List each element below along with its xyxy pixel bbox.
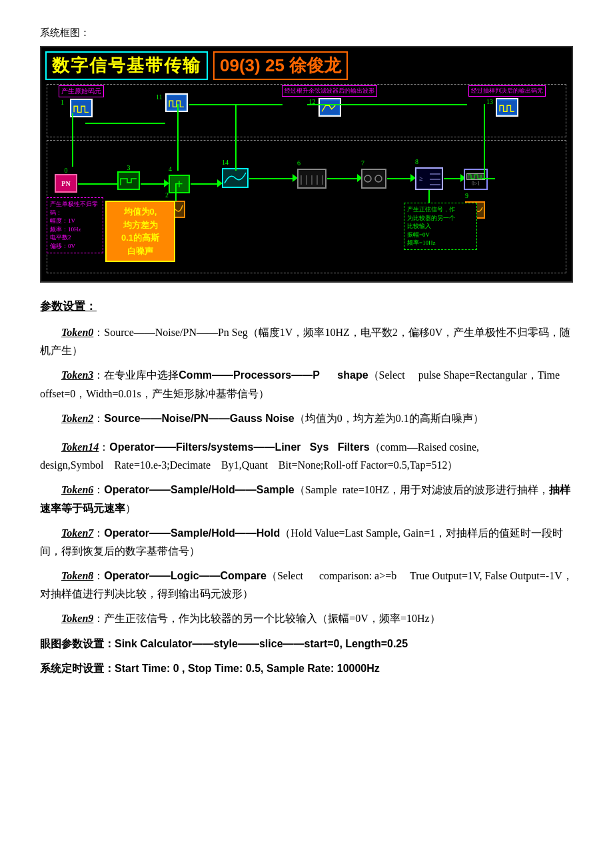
osc-icon-1: [70, 99, 93, 117]
block-0-pn: PN: [55, 174, 77, 193]
params-title: 参数设置：: [40, 299, 573, 314]
osc-icon-12: [318, 98, 341, 117]
osc-label-12: 经过根升余弦滤波器后的输出波形: [282, 85, 377, 97]
diagram-title-main: 数字信号基带传输: [45, 51, 208, 80]
param-token0: Token0：Source――Noise/PN――Pn Seg（幅度1V，频率1…: [40, 323, 573, 359]
block-4-plus: +: [169, 175, 190, 193]
eye-params: 眼图参数设置：Sink Calculator――style――slice――st…: [40, 635, 573, 653]
block-7-hold: [361, 169, 386, 189]
source-text-box: 产生单极性不归零码：幅度：1V频率：10Hz电平数2偏移：0V: [47, 197, 103, 253]
diagram-title-row: 数字信号基带传输 09(3) 25 徐俊龙: [45, 51, 568, 80]
token8-label: Token8: [61, 570, 93, 581]
block-8-compare: ≥: [415, 167, 443, 190]
diagram-title-right: 09(3) 25 徐俊龙: [213, 51, 348, 80]
param-token8: Token8：Operator——Logic——Compare（Select c…: [40, 567, 573, 603]
svg-rect-4: [119, 173, 138, 188]
param-token14: Token14：Operator――Filters/systems――Liner…: [40, 438, 573, 474]
token7-label: Token7: [61, 527, 93, 539]
param-token7: Token7：Operator――Sample/Hold――Hold（Hold …: [40, 524, 573, 560]
osc-icon-11: [165, 93, 188, 112]
svg-text:≥: ≥: [419, 175, 423, 182]
token9-label: Token9: [61, 613, 93, 624]
token6-label: Token6: [61, 484, 93, 495]
param-token3: Token3：在专业库中选择Comm——Processors——P shape（…: [40, 366, 573, 402]
diagram-container: 数字信号基带传输 09(3) 25 徐俊龙 产生原始码元 1: [40, 46, 573, 283]
block-14-filter: [222, 168, 249, 188]
token2-label: Token2: [61, 413, 93, 424]
gaussian-text-box: 均值为0,均方差为0.1的高斯白噪声: [105, 201, 175, 262]
block-6-sample: [297, 169, 326, 189]
sine-text-box: 产生正弦信号，作为比较器的另一个比较输入振幅=0V频率=10Hz: [404, 203, 477, 250]
svg-rect-2: [320, 101, 338, 114]
token3-label: Token3: [61, 369, 93, 381]
diagram-body: 产生原始码元 1 11: [45, 84, 568, 277]
param-token2: Token2：Source――Noise/PN――Gauss Noise（均值为…: [40, 409, 573, 427]
osc-icon-13: [496, 98, 518, 117]
block-3-shape: [117, 171, 140, 190]
osc-label-1: 产生原始码元: [59, 85, 104, 97]
page-label: 系统框图：: [40, 27, 573, 39]
token0-label: Token0: [61, 327, 93, 338]
token14-label: Token14: [61, 441, 99, 453]
params-section: 参数设置： Token0：Source――Noise/PN――Pn Seg（幅度…: [40, 299, 573, 677]
osc-label-13: 经过抽样判决后的输出码元: [468, 85, 546, 97]
param-token9: Token9：产生正弦信号，作为比较器的另一个比较输入（振幅=0V，频率=10H…: [40, 609, 573, 627]
timing-params: 系统定时设置：Start Time: 0 , Stop Time: 0.5, S…: [40, 659, 573, 677]
param-token6: Token6：Operator――Sample/Hold――Sample（Sam…: [40, 481, 573, 517]
